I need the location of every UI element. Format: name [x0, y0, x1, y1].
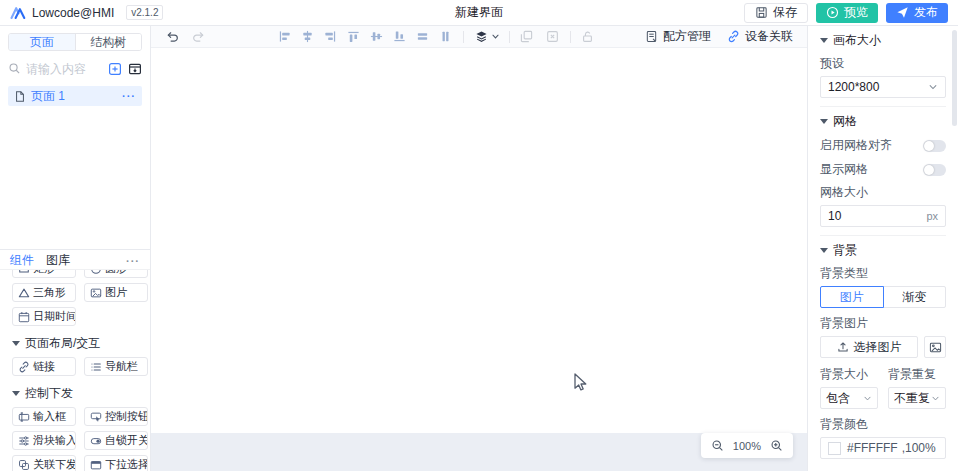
component-datetime[interactable]: 日期时间: [12, 307, 76, 326]
recipe-manage-button[interactable]: 配方管理: [645, 28, 711, 45]
image-picker-icon[interactable]: [924, 336, 946, 358]
bg-type-image-option[interactable]: 图片: [820, 286, 884, 308]
component-image[interactable]: 图片: [84, 283, 148, 302]
zoom-out-icon[interactable]: [711, 439, 724, 452]
grid-header[interactable]: 网格: [820, 113, 946, 129]
background-section: 背景 背景类型 图片 渐变 背景图片: [820, 236, 946, 467]
page-more-icon[interactable]: ···: [122, 90, 136, 102]
grid-size-input[interactable]: px: [820, 205, 946, 227]
component-triangle[interactable]: 三角形: [12, 283, 76, 302]
linked-squares-icon: [18, 459, 30, 471]
component-rectangle[interactable]: 矩形: [12, 270, 76, 278]
section-page-layout[interactable]: 页面布局/交互: [12, 335, 150, 352]
bg-image-row: 选择图片: [820, 336, 946, 358]
component-navbar[interactable]: 导航栏: [84, 357, 148, 376]
upload-icon: [837, 341, 849, 353]
topbar-actions: 保存 预览 发布: [744, 3, 948, 23]
unlock-icon[interactable]: [580, 30, 594, 44]
collapse-panel-icon[interactable]: [127, 61, 142, 76]
circle-icon: [90, 270, 102, 275]
copy-icon[interactable]: [519, 30, 533, 44]
component-related-dispatch[interactable]: 关联下发: [12, 455, 76, 471]
bg-repeat-select[interactable]: 不重复: [888, 387, 946, 409]
preview-button[interactable]: 预览: [816, 3, 878, 23]
canvas-toolbar: 配方管理 设备关联: [151, 26, 807, 48]
component-control-button[interactable]: 控制按钮: [84, 407, 148, 426]
undo-icon[interactable]: [165, 30, 179, 44]
distribute-horizontal-icon[interactable]: [415, 30, 429, 44]
preset-select[interactable]: 1200*800: [820, 76, 946, 98]
color-swatch[interactable]: [828, 442, 841, 455]
chevron-down-icon: [928, 82, 938, 92]
recipe-icon: [645, 30, 658, 43]
topbar: Lowcode@HMI v2.1.2 新建界面 保存 预览: [0, 0, 958, 26]
left-tabs: 页面 结构树: [8, 33, 142, 51]
bg-size-repeat-row: 背景大小 包含 背景重复 不重复: [820, 366, 946, 409]
save-button[interactable]: 保存: [744, 3, 808, 23]
components-section: 组件 图库 ··· 矩形 圆形: [0, 250, 150, 471]
component-slider-input[interactable]: 滑块输入: [12, 431, 76, 450]
component-row: 输入框 控制按钮: [12, 407, 150, 426]
layers-icon[interactable]: [474, 30, 488, 44]
grid-size-unit: px: [926, 210, 938, 222]
button-pointer-icon: [90, 411, 102, 423]
section-control-dispatch[interactable]: 控制下发: [12, 385, 150, 402]
grid-show-label: 显示网格: [820, 161, 868, 178]
file-icon: [14, 90, 26, 103]
select-image-button[interactable]: 选择图片: [820, 336, 918, 358]
bg-color-label: 背景颜色: [820, 416, 946, 433]
component-input-box[interactable]: 输入框: [12, 407, 76, 426]
bg-size-label: 背景大小: [820, 366, 878, 383]
components-more-icon[interactable]: ···: [126, 255, 140, 267]
canvas-size-header[interactable]: 画布大小: [820, 32, 946, 48]
grid-show-toggle[interactable]: [923, 164, 946, 176]
app-logo: Lowcode@HMI v2.1.2: [10, 5, 163, 20]
redo-icon[interactable]: [191, 30, 205, 44]
publish-button[interactable]: 发布: [886, 3, 948, 23]
collapse-arrow-icon: [820, 119, 828, 124]
distribute-vertical-icon[interactable]: [438, 30, 452, 44]
page-list-item[interactable]: 页面 1 ···: [8, 86, 142, 106]
slider-icon: [18, 435, 30, 447]
panel-scrollbar[interactable]: [952, 30, 957, 126]
grid-section: 网格 启用网格对齐 显示网格 网格大小 px: [820, 107, 946, 236]
tab-pages[interactable]: 页面: [9, 34, 76, 50]
properties-panel: 画布大小 预设 1200*800 网格 启用网格对齐: [807, 26, 958, 471]
component-circle[interactable]: 圆形: [84, 270, 148, 278]
component-row: 矩形 圆形: [12, 270, 150, 278]
component-row: 关联下发 下拉选择: [12, 455, 150, 471]
align-center-horizontal-icon[interactable]: [369, 30, 383, 44]
align-center-vertical-icon[interactable]: [300, 30, 314, 44]
component-link[interactable]: 链接: [12, 357, 76, 376]
component-selflock-switch[interactable]: 自锁开关: [84, 431, 148, 450]
add-page-icon[interactable]: [107, 61, 122, 76]
left-sidebar: 页面 结构树: [0, 26, 151, 471]
tab-components[interactable]: 组件: [10, 252, 34, 269]
search-icon: [8, 62, 21, 75]
align-left-icon[interactable]: [277, 30, 291, 44]
search-input[interactable]: [26, 62, 102, 76]
grid-size-value[interactable]: [828, 209, 926, 223]
zoom-level: 100%: [733, 440, 761, 452]
tab-gallery[interactable]: 图库: [46, 252, 70, 269]
bg-color-hex: #FFFFFF: [847, 441, 898, 455]
bg-color-input[interactable]: #FFFFFF ,100%: [820, 437, 946, 459]
collapse-arrow-icon: [12, 341, 20, 346]
bg-size-select[interactable]: 包含: [820, 387, 878, 409]
align-top-icon[interactable]: [346, 30, 360, 44]
bg-type-gradient-option[interactable]: 渐变: [883, 286, 947, 308]
grid-snap-toggle[interactable]: [923, 140, 946, 152]
rectangle-icon: [18, 270, 30, 275]
align-bottom-icon[interactable]: [392, 30, 406, 44]
chevron-down-icon[interactable]: [490, 30, 500, 44]
tab-structure-tree[interactable]: 结构树: [76, 34, 142, 50]
component-dropdown-select[interactable]: 下拉选择: [84, 455, 148, 471]
device-link-button[interactable]: 设备关联: [727, 28, 793, 45]
align-right-icon[interactable]: [323, 30, 337, 44]
background-header[interactable]: 背景: [820, 242, 946, 258]
zoom-in-icon[interactable]: [770, 439, 783, 452]
design-canvas[interactable]: [151, 48, 807, 433]
delete-icon[interactable]: [545, 30, 559, 44]
canvas-size-section: 画布大小 预设 1200*800: [820, 26, 946, 107]
component-list: 矩形 圆形 三角形: [0, 270, 150, 471]
